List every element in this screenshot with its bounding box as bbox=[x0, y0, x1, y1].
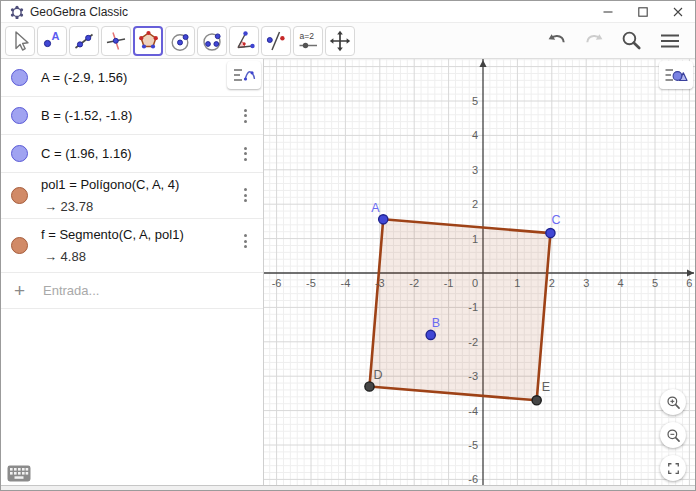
row-menu-C[interactable] bbox=[241, 144, 250, 164]
slider-icon: a=2 bbox=[296, 29, 320, 53]
algebra-style-bar-button[interactable] bbox=[227, 61, 261, 89]
definition-pol1: pol1 = Polígono(C, A, 4) bbox=[41, 177, 179, 192]
tool-reflect-about-line[interactable] bbox=[261, 26, 291, 56]
svg-text:2: 2 bbox=[549, 277, 555, 289]
point-label-A: A bbox=[371, 201, 380, 215]
move-cursor-icon bbox=[8, 29, 32, 53]
tool-move-graphics-view[interactable] bbox=[325, 26, 355, 56]
algebra-row-A[interactable]: A = (-2.9, 1.56) bbox=[1, 59, 263, 97]
svg-text:5: 5 bbox=[652, 277, 658, 289]
value-pol1: → 23.78 bbox=[44, 199, 179, 214]
svg-text:-1: -1 bbox=[468, 301, 478, 313]
polygon-pol1[interactable] bbox=[370, 219, 551, 400]
zoom-out-button[interactable] bbox=[660, 422, 686, 448]
algebra-row-C[interactable]: C = (1.96, 1.16) bbox=[1, 135, 263, 173]
circle-with-center-icon bbox=[168, 29, 192, 53]
graphics-canvas[interactable]: -6-5-4-3-2-10123456-6-5-4-3-2-112345ABCD… bbox=[264, 59, 695, 490]
toolbar: A bbox=[1, 23, 695, 59]
visibility-toggle-B[interactable] bbox=[11, 107, 28, 124]
search-button[interactable] bbox=[617, 26, 646, 55]
svg-text:-3: -3 bbox=[375, 277, 385, 289]
title-bar: GeoGebra Classic bbox=[1, 1, 695, 23]
polygon-icon bbox=[136, 29, 160, 53]
visibility-toggle-f[interactable] bbox=[11, 237, 28, 254]
undo-icon bbox=[545, 29, 569, 53]
undo-button[interactable] bbox=[543, 27, 571, 55]
definition-C: C = (1.96, 1.16) bbox=[41, 146, 132, 161]
maximize-button[interactable] bbox=[625, 1, 660, 22]
visibility-toggle-A[interactable] bbox=[11, 69, 28, 86]
algebra-row-pol1[interactable]: pol1 = Polígono(C, A, 4) → 23.78 bbox=[1, 173, 263, 219]
tool-circle-with-center[interactable] bbox=[165, 26, 195, 56]
svg-text:0: 0 bbox=[472, 277, 478, 289]
svg-text:4: 4 bbox=[472, 129, 478, 141]
keyboard-icon bbox=[7, 465, 31, 482]
svg-text:-2: -2 bbox=[468, 336, 478, 348]
add-input-icon[interactable]: + bbox=[11, 282, 28, 299]
value-f: → 4.88 bbox=[44, 249, 184, 264]
perpendicular-line-icon bbox=[104, 29, 128, 53]
svg-text:4: 4 bbox=[618, 277, 624, 289]
maximize-icon bbox=[638, 7, 648, 17]
definition-B: B = (-1.52, -1.8) bbox=[41, 108, 132, 123]
tool-polygon[interactable] bbox=[133, 26, 163, 56]
svg-text:3: 3 bbox=[583, 277, 589, 289]
tool-ellipse[interactable] bbox=[197, 26, 227, 56]
svg-text:5: 5 bbox=[472, 95, 478, 107]
close-button[interactable] bbox=[660, 1, 695, 22]
zoom-in-button[interactable] bbox=[660, 389, 686, 415]
tool-move[interactable] bbox=[5, 26, 35, 56]
algebra-style-icon bbox=[231, 65, 257, 85]
virtual-keyboard-button[interactable] bbox=[7, 465, 31, 482]
algebra-row-f[interactable]: f = Segmento(C, A, pol1) → 4.88 bbox=[1, 219, 263, 273]
main-content: A = (-2.9, 1.56) B = (-1.52, -1.8) C = (… bbox=[1, 59, 695, 490]
graphics-style-icon bbox=[663, 64, 689, 86]
tool-point[interactable]: A bbox=[37, 26, 67, 56]
graphics-style-bar-button[interactable] bbox=[659, 61, 693, 89]
geogebra-window: GeoGebra Classic A bbox=[0, 0, 696, 491]
svg-text:a=2: a=2 bbox=[300, 30, 315, 40]
fullscreen-button[interactable] bbox=[660, 455, 686, 481]
point-label-D: D bbox=[373, 368, 382, 382]
point-label-C: C bbox=[551, 213, 560, 227]
algebra-input-row[interactable]: + bbox=[1, 273, 263, 309]
search-icon bbox=[619, 28, 644, 53]
tool-angle[interactable] bbox=[229, 26, 259, 56]
point-E[interactable] bbox=[532, 396, 541, 405]
angle-icon bbox=[232, 29, 256, 53]
svg-text:-5: -5 bbox=[468, 439, 478, 451]
svg-text:-3: -3 bbox=[468, 370, 478, 382]
tool-slider[interactable]: a=2 bbox=[293, 26, 323, 56]
minimize-icon bbox=[603, 7, 613, 17]
zoom-out-icon bbox=[665, 427, 682, 444]
visibility-toggle-C[interactable] bbox=[11, 145, 28, 162]
zoom-in-icon bbox=[665, 394, 682, 411]
ellipse-icon bbox=[200, 29, 224, 53]
point-D[interactable] bbox=[365, 382, 374, 391]
algebra-view: A = (-2.9, 1.56) B = (-1.52, -1.8) C = (… bbox=[1, 59, 264, 490]
redo-button[interactable] bbox=[580, 27, 608, 55]
svg-text:2: 2 bbox=[472, 198, 478, 210]
window-bottom-edge bbox=[1, 485, 695, 490]
point-label-E: E bbox=[542, 380, 550, 394]
tool-perpendicular-line[interactable] bbox=[101, 26, 131, 56]
menu-button[interactable] bbox=[655, 27, 685, 55]
reflect-about-line-icon bbox=[264, 29, 288, 53]
svg-text:-5: -5 bbox=[306, 277, 316, 289]
row-menu-B[interactable] bbox=[241, 106, 250, 126]
point-C[interactable] bbox=[546, 228, 555, 237]
row-menu-f[interactable] bbox=[241, 231, 250, 251]
tool-line[interactable] bbox=[69, 26, 99, 56]
point-A[interactable] bbox=[379, 215, 388, 224]
point-B[interactable] bbox=[426, 330, 435, 339]
minimize-button[interactable] bbox=[590, 1, 625, 22]
window-title: GeoGebra Classic bbox=[30, 5, 128, 19]
algebra-input[interactable] bbox=[41, 282, 263, 299]
graphics-view: -6-5-4-3-2-10123456-6-5-4-3-2-112345ABCD… bbox=[264, 59, 695, 490]
svg-text:1: 1 bbox=[514, 277, 520, 289]
graphics-zoom-controls bbox=[660, 389, 686, 481]
row-menu-pol1[interactable] bbox=[241, 185, 250, 205]
visibility-toggle-pol1[interactable] bbox=[11, 187, 28, 204]
algebra-row-B[interactable]: B = (-1.52, -1.8) bbox=[1, 97, 263, 135]
svg-text:1: 1 bbox=[472, 233, 478, 245]
